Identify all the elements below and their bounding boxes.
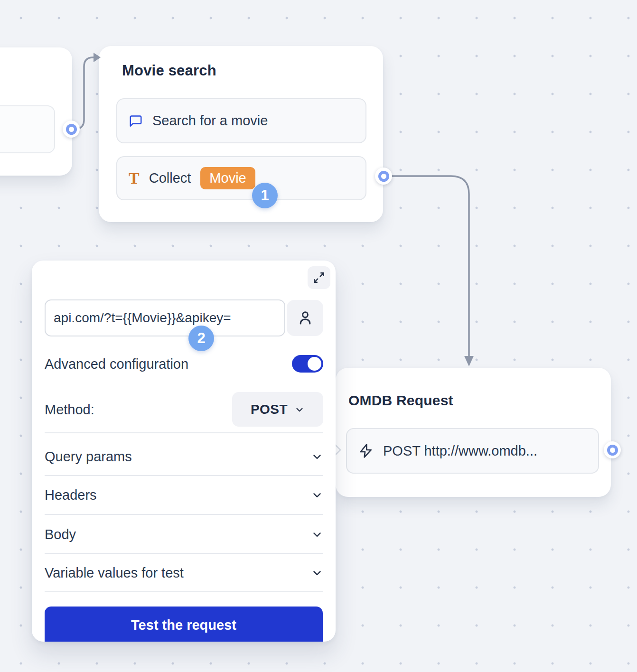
person-icon: [297, 309, 314, 327]
chat-bubble-icon: [129, 114, 143, 128]
toggle-knob: [308, 357, 321, 371]
port-ring: [607, 445, 618, 456]
text-input-icon: T: [129, 170, 140, 187]
chevron-down-icon: [294, 404, 305, 415]
annotation-badge-2: 2: [188, 326, 214, 351]
edge-movie-search-to-omdb[interactable]: [384, 176, 469, 357]
section-label: Variable values for test: [45, 565, 184, 581]
edge-partial-to-movie-search[interactable]: [71, 57, 94, 129]
partial-node-row[interactable]: [0, 105, 55, 153]
section-label: Query params: [45, 449, 132, 465]
node-row-webhook[interactable]: POST http://www.omdb...: [346, 428, 599, 474]
annotation-badge-1: 1: [252, 183, 278, 208]
node-row-label: POST http://www.omdb...: [383, 443, 537, 459]
method-dropdown[interactable]: POST: [232, 392, 323, 427]
node-title: OMDB Request: [348, 392, 453, 409]
insert-variable-button[interactable]: [287, 300, 323, 336]
section-label: Headers: [45, 487, 97, 503]
node-movie-search[interactable]: Movie search Search for a movie T Collec…: [99, 46, 383, 222]
port-ring: [378, 171, 389, 182]
node-title: Movie search: [122, 62, 216, 79]
section-variable-values[interactable]: Variable values for test: [45, 554, 323, 592]
output-port-omdb-request[interactable]: [604, 441, 621, 458]
section-headers[interactable]: Headers: [45, 476, 323, 514]
variable-chip[interactable]: Movie: [200, 167, 255, 189]
partial-node-card[interactable]: [0, 47, 72, 176]
advanced-configuration-label: Advanced configuration: [45, 356, 188, 372]
chevron-down-icon: [311, 567, 323, 579]
lightning-icon: [358, 443, 374, 458]
flow-canvas[interactable]: Movie search Search for a movie T Collec…: [0, 0, 637, 672]
node-row-label: Search for a movie: [152, 113, 268, 129]
edge-arrowhead-down: [464, 356, 474, 366]
method-value: POST: [251, 402, 288, 417]
chevron-down-icon: [311, 450, 323, 463]
url-input[interactable]: api.com/?t={{Movie}}&apikey=: [45, 299, 285, 336]
chevron-down-icon: [311, 528, 323, 541]
node-row-question[interactable]: Search for a movie: [116, 98, 366, 143]
section-label: Body: [45, 527, 76, 542]
method-label: Method:: [45, 402, 94, 418]
section-body[interactable]: Body: [45, 515, 323, 553]
chevron-down-icon: [311, 489, 323, 501]
expand-icon: [313, 271, 325, 284]
node-row-collect[interactable]: T Collect Movie: [116, 156, 366, 200]
output-port-movie-search[interactable]: [375, 168, 392, 185]
output-port-partial-card[interactable]: [63, 121, 80, 138]
node-row-label: Collect: [149, 170, 191, 186]
advanced-configuration-toggle[interactable]: [292, 355, 323, 373]
node-omdb-request[interactable]: OMDB Request POST http://www.omdb...: [336, 368, 611, 497]
divider: [45, 591, 323, 592]
webhook-config-panel: api.com/?t={{Movie}}&apikey= Advanced co…: [32, 261, 336, 642]
test-request-button[interactable]: Test the request: [45, 607, 323, 642]
section-query-params[interactable]: Query params: [45, 438, 323, 476]
expand-panel-button[interactable]: [308, 266, 330, 289]
divider: [45, 432, 323, 433]
divider: [45, 514, 323, 515]
url-input-value: api.com/?t={{Movie}}&apikey=: [54, 310, 231, 326]
port-ring: [66, 124, 77, 135]
